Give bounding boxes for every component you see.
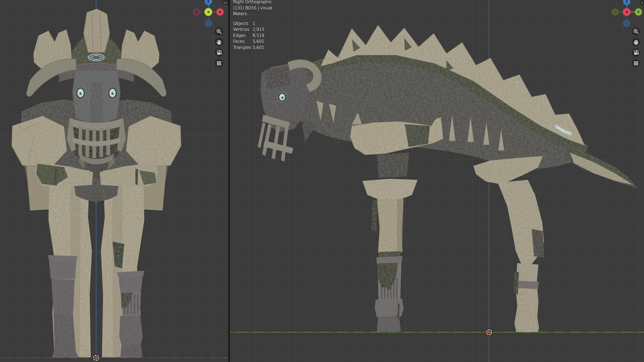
colossus-model-side-view[interactable] <box>230 0 644 362</box>
active-object-info: (131) BOSS | visual <box>233 5 272 11</box>
gizmo-axis-z-negative[interactable] <box>624 20 630 26</box>
viewport-tools-front <box>215 27 223 70</box>
stat-faces: Faces 5,601 <box>233 39 272 45</box>
cursor-3d <box>92 354 100 362</box>
viewport-front[interactable]: X Z -Y <box>0 0 228 362</box>
gizmo-z-label: Z <box>207 0 209 4</box>
x-axis-ground-line <box>0 358 228 358</box>
colossus-model-front-view[interactable] <box>0 0 228 362</box>
gizmo-axis-z-negative[interactable] <box>205 20 211 26</box>
front-left-boot <box>48 255 79 358</box>
colossus-eye-side <box>277 92 287 103</box>
scene-units: Meters <box>233 11 272 17</box>
gizmo-y-label: Y <box>637 10 640 14</box>
grid-ortho-toggle-icon[interactable] <box>215 59 223 67</box>
gizmo-axis-y-negative[interactable] <box>612 9 618 15</box>
colossus-side-shapes <box>258 25 638 332</box>
area-resize-handle[interactable] <box>223 1 228 5</box>
front-right-boot <box>113 242 144 358</box>
viewport-overlay-text: Right Orthographic (131) BOSS | visual M… <box>233 0 272 51</box>
blender-3d-viewport-screen: X Z -Y <box>0 0 644 362</box>
gizmo-front-label: X <box>625 10 628 14</box>
z-axis-line <box>489 0 489 362</box>
y-axis-ground-line <box>230 332 644 332</box>
stat-vertices: Vertices 2,913 <box>233 27 272 33</box>
view-name: Right Orthographic <box>233 0 272 5</box>
colossus-eyes-front <box>75 87 118 99</box>
stat-objects: Objects 1 <box>233 21 272 27</box>
move-view-hand-icon[interactable] <box>632 38 640 46</box>
stat-triangles: Triangles 5,601 <box>233 45 272 51</box>
scene-statistics: Objects 1 Vertices 2,913 Edges 8,519 Fac… <box>233 21 272 51</box>
cursor-3d <box>485 328 493 336</box>
camera-view-icon[interactable] <box>632 48 640 57</box>
navigation-gizmo[interactable]: Y Z X <box>611 0 642 27</box>
gizmo-z-label: Z <box>625 0 628 4</box>
colossus-front-shapes <box>12 9 181 358</box>
gizmo-front-label: -Y <box>207 10 210 14</box>
viewport-right-ortho[interactable]: Right Orthographic (131) BOSS | visual M… <box>230 0 644 362</box>
z-axis-line <box>96 0 96 362</box>
area-resize-handle[interactable] <box>641 1 644 5</box>
move-view-hand-icon[interactable] <box>215 38 223 46</box>
camera-view-icon[interactable] <box>215 48 223 57</box>
gizmo-axis-x-negative[interactable] <box>194 9 200 15</box>
navigation-gizmo[interactable]: X Z -Y <box>193 0 224 27</box>
stat-edges: Edges 8,519 <box>233 33 272 39</box>
viewport-tools-right <box>632 27 640 70</box>
grid-ortho-toggle-icon[interactable] <box>632 59 640 67</box>
gizmo-x-label: X <box>219 10 221 14</box>
zoom-icon[interactable] <box>215 27 223 36</box>
zoom-icon[interactable] <box>632 27 640 36</box>
